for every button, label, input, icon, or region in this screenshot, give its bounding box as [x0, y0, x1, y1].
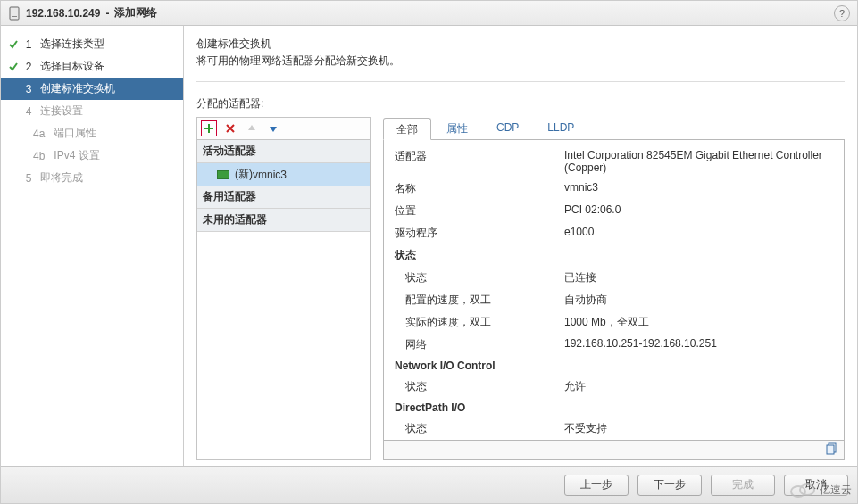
dialog-title: 添加网络 [114, 5, 157, 21]
nio-status-label: 状态 [395, 379, 564, 394]
configured-speed-label: 配置的速度，双工 [395, 293, 564, 308]
tab-lldp[interactable]: LLDP [534, 117, 587, 139]
active-adapters-header[interactable]: 活动适配器 [197, 140, 370, 163]
status-section: 状态 [395, 248, 833, 263]
page-heading: 创建标准交换机 [196, 37, 845, 54]
adapter-toolbar [196, 117, 371, 140]
location-label: 位置 [395, 203, 564, 219]
add-adapter-button[interactable] [201, 120, 217, 136]
tab-properties[interactable]: 属性 [433, 117, 481, 139]
back-button[interactable]: 上一步 [564, 475, 629, 496]
nic-icon [217, 170, 229, 179]
remove-adapter-button[interactable] [222, 120, 238, 136]
tab-all[interactable]: 全部 [383, 118, 431, 140]
next-button[interactable]: 下一步 [637, 475, 702, 496]
assigned-adapters-label: 分配的适配器: [196, 96, 845, 112]
wizard-step-4a: 4a 端口属性 [1, 122, 183, 145]
wizard-step-1[interactable]: 1 选择连接类型 [1, 33, 183, 55]
svg-rect-0 [10, 7, 19, 20]
svg-point-5 [800, 484, 814, 495]
driver-label: 驱动程序 [395, 226, 564, 241]
driver-value: e1000 [564, 226, 833, 241]
actual-speed-label: 实际的速度，双工 [395, 315, 564, 330]
wizard-footer: 上一步 下一步 完成 取消 [1, 466, 857, 503]
standby-adapters-header[interactable]: 备用适配器 [197, 186, 370, 209]
check-icon [8, 39, 21, 50]
configured-speed-value: 自动协商 [564, 293, 833, 308]
host-ip: 192.168.10.249 [26, 7, 100, 20]
nio-status-value: 允许 [564, 379, 833, 394]
network-label: 网络 [395, 337, 564, 352]
finish-button: 完成 [711, 475, 775, 496]
help-icon[interactable]: ? [834, 5, 850, 21]
page-subheading: 将可用的物理网络适配器分配给新交换机。 [196, 54, 845, 81]
title-sep: - [105, 7, 109, 20]
location-value: PCI 02:06.0 [564, 203, 833, 219]
dpio-status-value: 不受支持 [564, 421, 833, 436]
status-label: 状态 [395, 270, 564, 285]
adapter-item-vmnic3[interactable]: (新) vmnic3 [197, 163, 370, 186]
unused-adapters-header[interactable]: 未用的适配器 [197, 209, 370, 232]
check-icon [8, 62, 21, 72]
dpio-status-label: 状态 [395, 421, 564, 436]
status-value: 已连接 [564, 270, 833, 285]
adapter-label: 适配器 [395, 149, 564, 174]
svg-rect-3 [827, 445, 834, 454]
dpio-section: DirectPath I/O [395, 401, 833, 414]
wizard-nav: 1 选择连接类型 2 选择目标设备 3 创建标准交换机 4 连接设置 4a 端口… [1, 26, 184, 466]
move-down-button[interactable] [265, 120, 281, 136]
wizard-step-4: 4 连接设置 [1, 100, 183, 122]
actual-speed-value: 1000 Mb，全双工 [564, 315, 833, 330]
wizard-step-3[interactable]: 3 创建标准交换机 [1, 78, 183, 100]
adapter-value: Intel Corporation 82545EM Gigabit Ethern… [564, 149, 833, 174]
name-value: vmnic3 [564, 181, 833, 196]
name-label: 名称 [395, 181, 564, 196]
move-up-button[interactable] [244, 120, 260, 136]
svg-point-4 [791, 486, 805, 497]
watermark-logo-icon [789, 482, 816, 498]
details-footer [383, 441, 845, 460]
tab-cdp[interactable]: CDP [483, 117, 532, 139]
copy-icon[interactable] [826, 442, 838, 458]
wizard-step-2[interactable]: 2 选择目标设备 [1, 55, 183, 78]
network-value: 192.168.10.251-192.168.10.251 [564, 337, 833, 352]
server-icon [8, 6, 21, 21]
wizard-step-4b: 4b IPv4 设置 [1, 145, 183, 167]
title-bar: 192.168.10.249 - 添加网络 ? [1, 1, 857, 26]
wizard-content: 创建标准交换机 将可用的物理网络适配器分配给新交换机。 分配的适配器: [184, 26, 857, 466]
wizard-step-5: 5 即将完成 [1, 167, 183, 189]
adapter-list: 活动适配器 (新) vmnic3 备用适配器 未用的适配器 [196, 140, 371, 460]
watermark: 亿速云 [789, 482, 852, 498]
detail-tabs: 全部 属性 CDP LLDP [383, 117, 845, 140]
adapter-details[interactable]: 适配器Intel Corporation 82545EM Gigabit Eth… [383, 140, 845, 441]
svg-rect-1 [12, 16, 17, 17]
nio-section: Network I/O Control [395, 359, 833, 372]
